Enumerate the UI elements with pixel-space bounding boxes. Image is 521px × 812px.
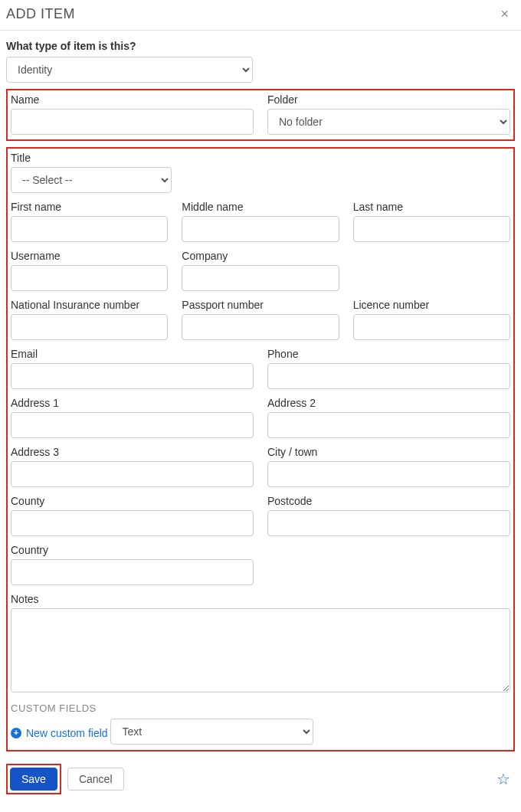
modal-footer: Save Cancel ☆: [0, 758, 521, 802]
email-input[interactable]: [11, 363, 254, 389]
folder-label: Folder: [267, 93, 510, 106]
new-custom-field-label: New custom field: [26, 727, 108, 739]
custom-fields-header: CUSTOM FIELDS: [11, 702, 510, 714]
address1-label: Address 1: [11, 397, 254, 409]
postcode-label: Postcode: [267, 495, 510, 507]
item-type-select[interactable]: Identity: [6, 57, 253, 83]
address3-label: Address 3: [11, 446, 254, 458]
save-button[interactable]: Save: [10, 768, 57, 791]
modal-body: What type of item is this? Identity Name…: [0, 31, 521, 758]
email-label: Email: [11, 348, 254, 360]
new-custom-field-link[interactable]: + New custom field: [11, 727, 108, 739]
close-icon[interactable]: ×: [496, 6, 513, 22]
name-input[interactable]: [11, 109, 254, 135]
notes-label: Notes: [11, 593, 510, 605]
city-input[interactable]: [267, 461, 510, 487]
custom-field-type-select[interactable]: Text: [110, 719, 313, 745]
cancel-button[interactable]: Cancel: [67, 768, 124, 791]
address1-input[interactable]: [11, 412, 254, 438]
title-label: Title: [11, 152, 510, 164]
address3-input[interactable]: [11, 461, 254, 487]
username-input[interactable]: [11, 265, 168, 291]
country-label: Country: [11, 544, 254, 556]
licence-input[interactable]: [353, 314, 510, 340]
nin-input[interactable]: [11, 314, 168, 340]
favorite-star-icon[interactable]: ☆: [496, 770, 515, 788]
passport-label: Passport number: [182, 299, 339, 311]
county-input[interactable]: [11, 510, 254, 536]
folder-select[interactable]: No folder: [267, 109, 510, 135]
company-label: Company: [182, 250, 339, 262]
passport-input[interactable]: [182, 314, 339, 340]
address2-label: Address 2: [267, 397, 510, 409]
first-name-label: First name: [11, 201, 168, 213]
notes-textarea[interactable]: [11, 608, 510, 692]
nin-label: National Insurance number: [11, 299, 168, 311]
country-input[interactable]: [11, 559, 254, 585]
middle-name-label: Middle name: [182, 201, 339, 213]
modal-header: ADD ITEM ×: [0, 0, 521, 31]
name-label: Name: [11, 93, 254, 106]
first-name-input[interactable]: [11, 216, 168, 242]
postcode-input[interactable]: [267, 510, 510, 536]
company-input[interactable]: [182, 265, 339, 291]
phone-input[interactable]: [267, 363, 510, 389]
save-button-highlight: Save: [6, 764, 61, 794]
username-label: Username: [11, 250, 168, 262]
county-label: County: [11, 495, 254, 507]
identity-fields-highlight: Title -- Select -- First name Middle nam…: [6, 147, 515, 751]
middle-name-input[interactable]: [182, 216, 339, 242]
plus-circle-icon: +: [11, 728, 21, 738]
city-label: City / town: [267, 446, 510, 458]
address2-input[interactable]: [267, 412, 510, 438]
item-type-label: What type of item is this?: [6, 40, 515, 52]
modal-title: ADD ITEM: [6, 6, 75, 22]
licence-label: Licence number: [353, 299, 510, 311]
last-name-input[interactable]: [353, 216, 510, 242]
name-folder-highlight: Name Folder No folder: [6, 89, 515, 141]
phone-label: Phone: [267, 348, 510, 360]
last-name-label: Last name: [353, 201, 510, 213]
title-select[interactable]: -- Select --: [11, 167, 172, 193]
